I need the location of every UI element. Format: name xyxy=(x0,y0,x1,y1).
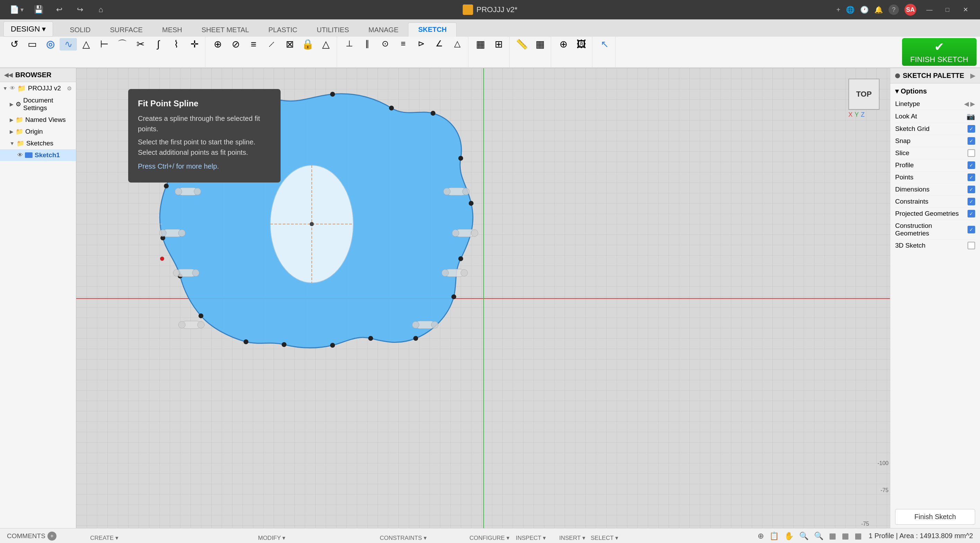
home-view-icon[interactable]: ⊕ xyxy=(757,532,764,541)
tool-insert2[interactable]: 🖼 xyxy=(573,38,590,51)
tab-solid[interactable]: SOLID xyxy=(60,23,100,37)
tab-surface[interactable]: SURFACE xyxy=(100,23,153,37)
construction-geo-checkbox[interactable]: ✓ xyxy=(967,226,975,233)
profile-checkbox[interactable]: ✓ xyxy=(967,161,975,169)
tool-mirror[interactable]: ≡ xyxy=(245,38,262,51)
snap-checkbox[interactable]: ✓ xyxy=(967,137,975,145)
tool-inspect2[interactable]: ▦ xyxy=(531,38,549,51)
tool-arc[interactable]: ↺ xyxy=(6,38,23,51)
close-btn[interactable]: ✕ xyxy=(958,3,973,16)
tool-c4[interactable]: ≡ xyxy=(395,38,412,49)
browser-sketch1[interactable]: 👁 Sketch1 xyxy=(0,149,76,161)
3d-sketch-checkbox[interactable] xyxy=(967,242,975,249)
save-btn[interactable]: 💾 xyxy=(30,4,47,16)
display-mode-1[interactable]: ▦ xyxy=(829,532,836,541)
browser-collapse-icon[interactable]: ◀◀ xyxy=(4,72,13,78)
tool-c2[interactable]: ∥ xyxy=(358,38,376,49)
display-mode-3[interactable]: ▦ xyxy=(854,532,862,541)
bell-icon[interactable]: 🔔 xyxy=(874,6,883,14)
browser-sketches[interactable]: ▼ 📁 Sketches xyxy=(0,138,76,149)
browser-named-views[interactable]: ▶ 📁 Named Views xyxy=(0,114,76,126)
pan-icon[interactable]: ✋ xyxy=(784,532,794,541)
finish-sketch-btn[interactable]: ✔ FINISH SKETCH xyxy=(902,38,977,66)
tool-spline[interactable]: ∿ xyxy=(60,38,77,51)
tool-point[interactable]: ✛ xyxy=(186,38,203,51)
browser-project[interactable]: ▼ 👁 📁 PROJJJ v2 ⚙ xyxy=(0,82,76,95)
visibility-icon[interactable]: 👁 xyxy=(10,85,15,91)
options-arrow[interactable]: ▾ xyxy=(895,87,899,95)
tool-arc2[interactable]: ⌒ xyxy=(114,38,131,51)
viewport[interactable]: -100 -75 -75 Fit Point Spline Creates a … xyxy=(76,68,890,528)
tool-spline2[interactable]: ∫ xyxy=(150,38,167,51)
tool-wave[interactable]: ⌇ xyxy=(168,38,185,51)
clock-icon[interactable]: 🕐 xyxy=(860,6,869,14)
browser-doc-settings[interactable]: ▶ ⚙ Document Settings xyxy=(0,95,76,114)
tool-insert1[interactable]: ⊕ xyxy=(555,38,572,51)
display-mode-2[interactable]: ▦ xyxy=(842,532,849,541)
linetype-prev[interactable]: ◀ xyxy=(964,100,969,108)
redo-btn[interactable]: ↪ xyxy=(72,4,89,16)
sketches-arrow: ▼ xyxy=(10,141,14,146)
cube-face-top[interactable]: TOP xyxy=(848,79,880,110)
constraints-checkbox[interactable]: ✓ xyxy=(967,198,975,205)
tool-c6[interactable]: ∠ xyxy=(431,38,448,49)
home-btn[interactable]: ⌂ xyxy=(92,4,110,16)
user-initials[interactable]: SA xyxy=(904,4,916,16)
tool-c3[interactable]: ⊙ xyxy=(377,38,394,49)
tool-triangle[interactable]: △ xyxy=(78,38,95,51)
palette-collapse-icon[interactable]: ▶ xyxy=(970,72,975,79)
dimensions-checkbox[interactable]: ✓ xyxy=(967,186,975,193)
project-settings-icon[interactable]: ⚙ xyxy=(67,85,72,92)
tab-sketch[interactable]: SKETCH xyxy=(408,22,457,37)
tab-sheet-metal[interactable]: SHEET METAL xyxy=(192,23,259,37)
tool-table[interactable]: ⊞ xyxy=(490,38,507,51)
origin-arrow: ▶ xyxy=(10,129,14,134)
tab-mesh[interactable]: MESH xyxy=(153,23,192,37)
tool-lock[interactable]: 🔒 xyxy=(299,38,317,51)
plus-icon[interactable]: + xyxy=(836,6,840,14)
view-cube[interactable]: TOP X Y Z xyxy=(848,79,883,120)
tool-circle[interactable]: ◎ xyxy=(41,38,59,51)
undo-btn[interactable]: ↩ xyxy=(51,4,68,16)
tool-offset[interactable]: ⊘ xyxy=(227,38,244,51)
minimize-btn[interactable]: — xyxy=(922,3,937,16)
help-icon[interactable]: ? xyxy=(889,5,899,15)
tool-fillet[interactable]: ⊕ xyxy=(209,38,226,51)
zoom-in-icon[interactable]: 🔍 xyxy=(799,532,808,541)
tool-c5[interactable]: ⊳ xyxy=(412,38,430,49)
look-at-icon[interactable]: 📷 xyxy=(966,112,975,121)
tool-chamfer[interactable]: △ xyxy=(317,38,335,51)
finish-sketch-bottom-btn[interactable]: Finish Sketch xyxy=(895,509,975,525)
new-file-btn[interactable]: 📄 ▾ xyxy=(7,4,26,16)
tab-utilities[interactable]: UTILITIES xyxy=(307,23,358,37)
points-checkbox[interactable]: ✓ xyxy=(967,173,975,181)
sketch1-vis-icon[interactable]: 👁 xyxy=(18,152,23,158)
browser-header[interactable]: ◀◀ BROWSER xyxy=(0,68,76,82)
camera-icon[interactable]: 📋 xyxy=(769,532,779,541)
linetype-next[interactable]: ▶ xyxy=(970,100,975,108)
svg-point-34 xyxy=(444,188,450,195)
tool-select[interactable]: ↖ xyxy=(596,38,613,51)
maximize-btn[interactable]: □ xyxy=(940,3,955,16)
tool-extend[interactable]: ⊠ xyxy=(281,38,298,51)
tool-c1[interactable]: ⊥ xyxy=(340,38,358,49)
tool-grid[interactable]: ▦ xyxy=(472,38,489,51)
tool-line[interactable]: ⊢ xyxy=(95,38,113,51)
tool-rect[interactable]: ▭ xyxy=(24,38,41,51)
svg-point-28 xyxy=(173,270,180,276)
sketch-grid-checkbox[interactable]: ✓ xyxy=(967,125,975,133)
svg-point-29 xyxy=(192,270,199,276)
design-dropdown[interactable]: DESIGN ▾ xyxy=(3,21,53,37)
tab-manage[interactable]: MANAGE xyxy=(359,23,409,37)
add-comment-icon[interactable]: + xyxy=(48,532,56,541)
tool-trim[interactable]: ✂ xyxy=(132,38,149,51)
browser-origin[interactable]: ▶ 📁 Origin xyxy=(0,126,76,138)
slice-checkbox[interactable] xyxy=(967,149,975,157)
zoom-out-icon[interactable]: 🔍 xyxy=(814,532,823,541)
tool-measure[interactable]: 📏 xyxy=(513,38,531,51)
tool-c7[interactable]: △ xyxy=(449,38,466,49)
globe-icon[interactable]: 🌐 xyxy=(846,6,854,14)
projected-geo-checkbox[interactable]: ✓ xyxy=(967,210,975,218)
tab-plastic[interactable]: PLASTIC xyxy=(259,23,307,37)
tool-scale[interactable]: ⟋ xyxy=(263,38,280,51)
